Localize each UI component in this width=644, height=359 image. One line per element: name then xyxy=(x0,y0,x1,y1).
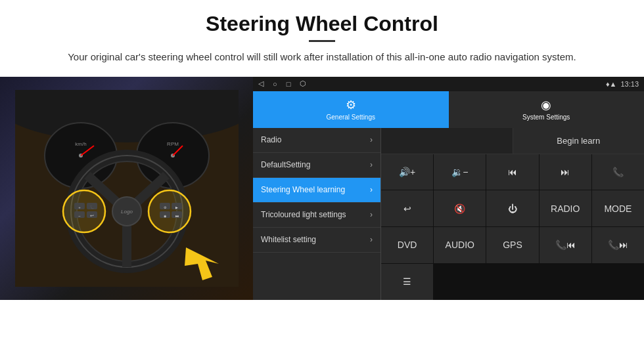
menu-item-steering-wheel[interactable]: Steering Wheel learning › xyxy=(253,178,380,203)
settings-tabs: ⚙ General Settings ◉ System Settings xyxy=(253,91,644,128)
prev-icon: ⏮ xyxy=(508,167,517,177)
svg-text:−: − xyxy=(78,214,81,218)
home-nav-icon[interactable]: ○ xyxy=(273,80,277,88)
page-wrapper: Steering Wheel Control Your original car… xyxy=(0,0,644,300)
svg-point-1 xyxy=(15,90,239,142)
steering-wheel-svg: km/h RPM Logo xyxy=(15,90,239,287)
android-ui: ◁ ○ □ ⬡ ♦▲ 13:13 ⚙ General Settings ◉ xyxy=(253,77,644,300)
call-next-icon: 📞⏭ xyxy=(608,240,628,250)
menu-whitelist-chevron: › xyxy=(370,235,373,244)
svg-text:Logo: Logo xyxy=(121,209,133,215)
audio-button[interactable]: AUDIO xyxy=(434,227,486,263)
next-track-button[interactable]: ⏭ xyxy=(540,154,591,190)
radio-label: RADIO xyxy=(551,203,580,214)
mute-icon: 🔇 xyxy=(454,203,465,214)
prev-track-button[interactable]: ⏮ xyxy=(486,154,538,190)
system-settings-icon: ◉ xyxy=(541,98,551,112)
menu-tricoloured-chevron: › xyxy=(370,210,373,219)
status-bar: ◁ ○ □ ⬡ ♦▲ 13:13 xyxy=(253,77,644,91)
svg-text:📞: 📞 xyxy=(90,205,95,210)
recents-nav-icon[interactable]: □ xyxy=(287,80,291,88)
begin-learn-area[interactable]: Begin learn xyxy=(513,128,645,154)
car-bg: km/h RPM Logo xyxy=(0,77,253,300)
menu-item-steering-label: Steering Wheel learning xyxy=(261,185,370,194)
general-settings-label: General Settings xyxy=(327,114,376,121)
call-prev-icon: 📞⏮ xyxy=(555,240,576,250)
vol-down-button[interactable]: 🔉− xyxy=(434,154,486,190)
back-nav-icon[interactable]: ◁ xyxy=(258,79,264,88)
menu-item-default-label: DefaultSetting xyxy=(261,160,370,169)
menu-item-whitelist-label: Whitelist setting xyxy=(261,235,370,244)
status-nav-icons: ◁ ○ □ ⬡ xyxy=(258,79,306,88)
menu-item-radio-label: Radio xyxy=(261,135,370,144)
gps-button[interactable]: GPS xyxy=(486,227,538,263)
mode-label: MODE xyxy=(604,203,632,214)
tab-system-settings[interactable]: ◉ System Settings xyxy=(449,91,645,128)
cast-icon[interactable]: ⬡ xyxy=(300,79,306,88)
mode-button[interactable]: MODE xyxy=(592,190,644,226)
menu-item-tricoloured[interactable]: Tricoloured light settings › xyxy=(253,203,380,228)
dvd-button[interactable]: DVD xyxy=(381,227,433,263)
location-icon: ♦▲ xyxy=(606,80,617,88)
header-section: Steering Wheel Control Your original car… xyxy=(0,0,644,72)
svg-text:+: + xyxy=(78,205,81,209)
menu-item-default-setting[interactable]: DefaultSetting › xyxy=(253,153,380,178)
general-settings-icon: ⚙ xyxy=(346,98,356,112)
vol-up-icon: 🔊+ xyxy=(399,167,415,177)
menu-default-chevron: › xyxy=(370,160,373,169)
menu-item-tricoloured-label: Tricoloured light settings xyxy=(261,210,370,219)
svg-text:⏭: ⏭ xyxy=(175,214,178,218)
page-title: Steering Wheel Control xyxy=(26,12,618,36)
call-prev-button[interactable]: 📞⏮ xyxy=(540,227,591,263)
begin-learn-button[interactable]: Begin learn xyxy=(557,136,600,146)
vol-down-icon: 🔉− xyxy=(451,167,468,177)
call-button[interactable]: 📞 xyxy=(592,154,644,190)
radio-button[interactable]: RADIO xyxy=(540,190,591,226)
svg-text:RPM: RPM xyxy=(167,141,179,147)
power-icon: ⏻ xyxy=(508,203,517,214)
svg-text:↩: ↩ xyxy=(90,213,94,218)
control-buttons-grid: 🔊+ 🔉− ⏮ ⏭ 📞 xyxy=(381,154,644,300)
dvd-label: DVD xyxy=(398,240,417,250)
controls-top-row: Begin learn xyxy=(381,128,644,154)
menu-item-radio[interactable]: Radio › xyxy=(253,128,380,153)
menu-panel: Radio › DefaultSetting › Steering Wheel … xyxy=(253,128,381,300)
time-display: 13:13 xyxy=(620,80,639,88)
tab-general-settings[interactable]: ⚙ General Settings xyxy=(253,91,449,128)
main-content-area: Radio › DefaultSetting › Steering Wheel … xyxy=(253,128,644,300)
vol-up-button[interactable]: 🔊+ xyxy=(381,154,433,190)
title-divider xyxy=(309,40,335,42)
audio-label: AUDIO xyxy=(446,240,474,250)
content-section: km/h RPM Logo xyxy=(0,77,644,300)
status-right: ♦▲ 13:13 xyxy=(606,80,639,88)
mute-button[interactable]: 🔇 xyxy=(434,190,486,226)
menu-radio-chevron: › xyxy=(370,135,373,144)
controls-panel: Begin learn 🔊+ 🔉− ⏮ xyxy=(381,128,644,300)
subtitle: Your original car's steering wheel contr… xyxy=(59,50,585,65)
menu-steering-chevron: › xyxy=(370,185,373,194)
empty-top-area xyxy=(381,128,513,154)
menu-item-whitelist[interactable]: Whitelist setting › xyxy=(253,228,380,253)
svg-text:km/h: km/h xyxy=(75,141,86,147)
car-image: km/h RPM Logo xyxy=(0,77,253,300)
system-settings-label: System Settings xyxy=(522,114,570,121)
svg-point-27 xyxy=(149,190,191,232)
call-icon: 📞 xyxy=(612,167,624,177)
hang-up-button[interactable]: ↩ xyxy=(381,190,433,226)
next-icon: ⏭ xyxy=(561,167,570,177)
power-button[interactable]: ⏻ xyxy=(486,190,538,226)
menu-icon-button[interactable]: ☰ xyxy=(381,264,433,300)
svg-text:▶: ▶ xyxy=(175,205,178,209)
call-next-button[interactable]: 📞⏭ xyxy=(592,227,644,263)
gps-label: GPS xyxy=(503,240,522,250)
svg-point-18 xyxy=(63,190,105,232)
hang-up-icon: ↩ xyxy=(403,203,411,214)
menu-list-icon: ☰ xyxy=(403,276,411,287)
